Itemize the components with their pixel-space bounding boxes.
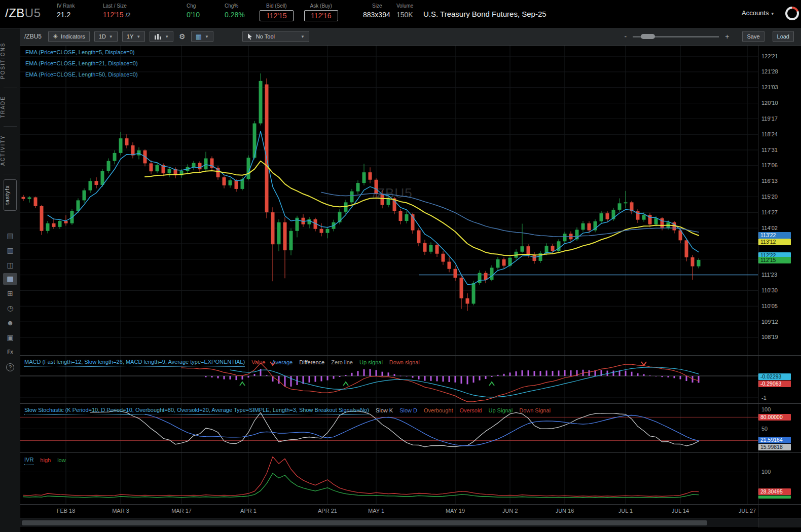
stochastic-legend: Slow Stochastic (K Period=10, D Period=1… bbox=[24, 406, 551, 414]
svg-text:122'21: 122'21 bbox=[761, 53, 778, 59]
ask-button[interactable]: 112'16 bbox=[304, 10, 338, 21]
svg-text:APR 1: APR 1 bbox=[240, 508, 257, 514]
bid-button[interactable]: 112'15 bbox=[260, 10, 294, 21]
sidebar-tab-positions[interactable]: POSITIONS bbox=[0, 37, 20, 84]
size-field: Size 883x394 bbox=[363, 3, 390, 19]
indicators-button[interactable]: ✳ Indicators bbox=[48, 31, 90, 42]
last-size-value: /2 bbox=[125, 12, 130, 19]
legend-item[interactable]: Up Signal bbox=[488, 406, 513, 414]
timeframe-dropdown[interactable]: 1D▼ bbox=[94, 31, 118, 42]
legend-item[interactable]: Down signal bbox=[389, 358, 420, 366]
chart-type-dropdown[interactable]: ▼ bbox=[150, 31, 173, 42]
last-value: 112'15 bbox=[103, 11, 124, 19]
chg-label: Chg bbox=[187, 3, 200, 9]
help-icon[interactable]: ? bbox=[0, 360, 20, 373]
zoom-slider[interactable] bbox=[633, 36, 719, 37]
svg-text:117'31: 117'31 bbox=[761, 147, 778, 153]
grid-icon: ▦ bbox=[196, 33, 202, 41]
legend-item[interactable]: Down Signal bbox=[519, 406, 551, 414]
statement-icon[interactable]: ▤ bbox=[0, 229, 20, 242]
trading-app: /ZBU5 IV Rank 21.2 Last / Size 112'15 /2… bbox=[0, 0, 801, 532]
save-button[interactable]: Save bbox=[742, 31, 764, 42]
widgets-icon[interactable]: ⊞ bbox=[0, 287, 20, 300]
accounts-menu[interactable]: Accounts▾ bbox=[742, 9, 774, 17]
svg-text:MAR 3: MAR 3 bbox=[112, 508, 129, 514]
chart-scrollbar[interactable] bbox=[20, 518, 801, 527]
account-status-icon[interactable] bbox=[785, 7, 799, 20]
chart-settings-button[interactable]: ⚙ bbox=[178, 31, 187, 42]
chevron-down-icon: ▼ bbox=[165, 34, 169, 39]
contract-title: U.S. Treasury Bond Futures, Sep-25 bbox=[423, 10, 547, 19]
price-chart-svg[interactable]: /ZBU5122'21121'28121'03120'10119'17118'2… bbox=[20, 46, 801, 518]
legend-item[interactable]: Slow D bbox=[399, 406, 417, 414]
contacts-icon[interactable]: ☻ bbox=[0, 316, 20, 329]
scrollbar-thumb[interactable] bbox=[22, 520, 707, 525]
legend-item[interactable]: MACD (Fast length=12, Slow length=26, MA… bbox=[24, 358, 245, 367]
legend-item[interactable]: Difference bbox=[299, 358, 324, 366]
legend-item[interactable]: high bbox=[40, 456, 51, 464]
zoom-out-button[interactable]: - bbox=[625, 32, 627, 41]
gear-icon: ⚙ bbox=[179, 32, 186, 41]
chevron-down-icon: ▼ bbox=[301, 34, 305, 39]
svg-text:117'06: 117'06 bbox=[761, 162, 778, 168]
macd-pane bbox=[20, 363, 758, 402]
svg-text:100: 100 bbox=[761, 406, 771, 412]
svg-text:MAY 19: MAY 19 bbox=[446, 508, 465, 514]
chart-icon[interactable]: ▦ bbox=[3, 273, 17, 285]
svg-text:109'12: 109'12 bbox=[761, 319, 778, 325]
legend-item[interactable]: Up signal bbox=[359, 358, 383, 366]
svg-text:113'09: 113'09 bbox=[761, 240, 778, 246]
sidebar-tab-tastyfx[interactable]: tastyfx bbox=[4, 179, 17, 211]
svg-text:JUL 27: JUL 27 bbox=[739, 508, 756, 514]
zoom-in-button[interactable]: + bbox=[725, 32, 729, 41]
chg-pct-value: 0.28% bbox=[225, 11, 245, 19]
svg-text:114'27: 114'27 bbox=[761, 209, 778, 215]
study-label[interactable]: EMA (Price=CLOSE, Length=5, Displace=0) bbox=[25, 47, 138, 58]
study-label[interactable]: EMA (Price=CLOSE, Length=50, Displace=0) bbox=[25, 69, 138, 80]
load-button[interactable]: Load bbox=[773, 31, 794, 42]
watchlist-icon[interactable]: ▥ bbox=[0, 244, 20, 257]
svg-text:118'24: 118'24 bbox=[761, 131, 778, 137]
notes-icon[interactable]: ◫ bbox=[0, 258, 20, 272]
grid-layout-dropdown[interactable]: ▦ ▼ bbox=[191, 31, 213, 42]
sidebar-tab-activity[interactable]: ACTIVITY bbox=[0, 130, 20, 170]
drawing-tool-dropdown[interactable]: No Tool ▼ bbox=[242, 31, 309, 42]
range-dropdown[interactable]: 1Y▼ bbox=[122, 31, 145, 42]
chevron-down-icon: ▼ bbox=[109, 34, 113, 39]
zoom-slider-thumb[interactable] bbox=[641, 34, 655, 39]
svg-text:-1: -1 bbox=[761, 395, 767, 401]
ivr-pane bbox=[23, 457, 699, 498]
sidebar-icon-rail: ▤▥◫▦⊞◷☻▣Fx? bbox=[0, 229, 20, 375]
svg-text:JUN 16: JUN 16 bbox=[556, 508, 574, 514]
chg-field: Chg 0'10 bbox=[187, 3, 200, 19]
chart-toolbar: /ZBU5 ✳ Indicators 1D▼ 1Y▼ ▼ ⚙ ▦ ▼ bbox=[20, 28, 801, 46]
legend-item[interactable]: Slow Stochastic (K Period=10, D Period=1… bbox=[24, 406, 369, 415]
calendar-icon[interactable]: ▣ bbox=[0, 331, 20, 344]
legend-item[interactable]: IVR bbox=[24, 455, 33, 465]
divider bbox=[4, 88, 17, 88]
quote-header: /ZBU5 IV Rank 21.2 Last / Size 112'15 /2… bbox=[0, 0, 801, 28]
svg-text:119'17: 119'17 bbox=[761, 116, 778, 122]
chart-region[interactable]: /ZBU5122'21121'28121'03120'10119'17118'2… bbox=[20, 46, 801, 532]
legend-item[interactable]: Slow K bbox=[376, 406, 393, 414]
chevron-down-icon: ▼ bbox=[205, 34, 209, 39]
left-sidebar: POSITIONS TRADE ACTIVITY tastyfx ▤▥◫▦⊞◷☻… bbox=[0, 28, 20, 532]
legend-item[interactable]: Average bbox=[272, 358, 293, 366]
last-size-field: Last / Size 112'15 /2 bbox=[103, 3, 130, 19]
legend-item[interactable]: Oversold bbox=[459, 406, 482, 414]
volume-value: 150K bbox=[396, 11, 413, 19]
price-legend: EMA (Price=CLOSE, Length=5, Displace=0)E… bbox=[25, 47, 138, 80]
size-label: Size bbox=[363, 3, 390, 9]
svg-text:JUL 1: JUL 1 bbox=[618, 508, 633, 514]
volume-label: Volume bbox=[396, 3, 413, 9]
legend-item[interactable]: Zero line bbox=[331, 358, 353, 366]
legend-item[interactable]: Overbought bbox=[424, 406, 453, 414]
functions-icon[interactable]: Fx bbox=[0, 346, 20, 359]
legend-item[interactable]: low bbox=[57, 456, 66, 464]
iv-rank-value: 21.2 bbox=[57, 11, 75, 19]
history-icon[interactable]: ◷ bbox=[0, 301, 20, 315]
study-label[interactable]: EMA (Price=CLOSE, Length=21, Displace=0) bbox=[25, 58, 138, 69]
svg-text:116'13: 116'13 bbox=[761, 178, 778, 184]
sidebar-tab-trade[interactable]: TRADE bbox=[0, 91, 20, 123]
legend-item[interactable]: Value bbox=[251, 358, 265, 366]
